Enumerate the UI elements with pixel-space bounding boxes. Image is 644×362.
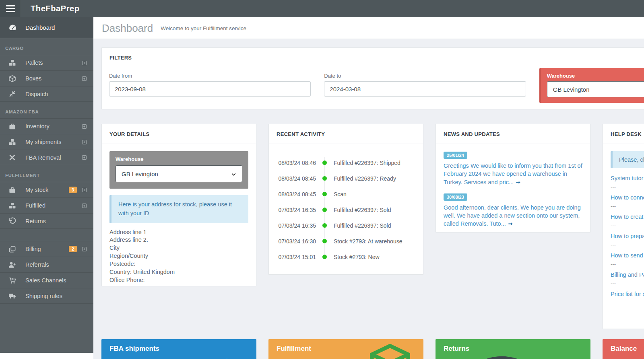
activity-time: 07/03/24 16:30 — [277, 238, 316, 245]
address-block: Address line 1Address line 2.CityRegion/… — [109, 228, 248, 284]
date-from-field: Date from — [109, 73, 311, 103]
sidebar-item-label: My stock — [25, 187, 69, 193]
activity-timeline: 08/03/24 08:46 Fulfilled #226397: Shippe… — [277, 151, 415, 265]
sidebar-item[interactable]: My stock 3 — [0, 182, 93, 197]
warehouse-filter-select[interactable]: GB Levington — [547, 81, 644, 97]
plus-square-icon[interactable] — [81, 60, 87, 66]
activity-text: Stock #2793: At warehouse — [334, 238, 402, 245]
sidebar-item-label: Sales Channels — [25, 277, 87, 284]
stat-card[interactable]: Balance — [603, 339, 644, 359]
sidebar-item-label: Pallets — [25, 60, 81, 66]
news-date-badge: 30/08/23 — [444, 193, 467, 201]
help-link-sub: --- — [611, 203, 644, 209]
sidebar-section-label: AMAZON FBA — [0, 102, 93, 118]
box-icon — [367, 341, 413, 359]
page-subtitle: Welcome to your Fulfillment service — [161, 25, 246, 31]
page-header: Dashboard Welcome to your Fulfillment se… — [93, 17, 644, 39]
news-title: NEWS AND UPDATES — [436, 124, 590, 144]
sidebar-item[interactable]: Dispatch — [0, 86, 93, 102]
help-link[interactable]: How to creat — [611, 214, 644, 220]
sidebar-item[interactable]: FBA Removal — [0, 150, 93, 165]
sidebar-item[interactable]: Fulfilled — [0, 197, 93, 213]
sidebar-item-label: Inventory — [25, 123, 81, 130]
sidebar-item[interactable]: Shipping rules — [0, 288, 93, 304]
help-item: Price list for s — [611, 291, 644, 297]
sidebar-section-label: FULFILLMENT — [0, 165, 93, 182]
activity-text: Fulfilled #226397: Sold — [334, 207, 391, 213]
sidebar-item[interactable]: Pallets — [0, 55, 93, 70]
help-link-sub: --- — [611, 261, 644, 267]
activity-text: Scan — [334, 191, 347, 197]
sidebar-item-label: Returns — [25, 218, 87, 224]
address-note: Here is your address for stock, please u… — [109, 195, 248, 223]
content: FILTERS Date from Date to Warehouse GB L… — [93, 39, 644, 359]
plus-square-icon[interactable] — [81, 154, 87, 160]
help-desk-title: HELP DESK — [603, 124, 644, 144]
stat-card[interactable]: Fulfillment — [268, 339, 423, 359]
activity-dot — [322, 208, 327, 212]
warehouse-value: GB Levington — [122, 171, 158, 177]
plus-square-icon[interactable] — [81, 246, 87, 252]
sidebar-item-label: Referrals — [25, 261, 87, 268]
help-link[interactable]: Billing and Pa — [611, 272, 644, 278]
activity-time: 07/03/24 16:35 — [277, 207, 316, 213]
activity-text: Fulfilled #226397: Sold — [334, 222, 391, 229]
date-to-input[interactable] — [324, 81, 526, 97]
sidebar-item[interactable]: Billing 2 — [0, 241, 93, 257]
help-desk-card: HELP DESK Please, ch System tutor --- Ho… — [603, 124, 644, 329]
help-link[interactable]: How to prepa — [611, 233, 644, 239]
hamburger-menu-icon[interactable] — [0, 0, 21, 17]
activity-row: 07/03/24 15:01 Stock #2793: New — [277, 249, 415, 265]
sidebar-item[interactable]: Returns — [0, 213, 93, 229]
recent-activity-title: RECENT ACTIVITY — [269, 124, 423, 144]
sidebar: Dashboard CARGO Pallets — [0, 17, 93, 353]
date-to-label: Date to — [324, 73, 526, 79]
news-link[interactable]: Good afternoon, dear clients. We hope yo… — [444, 204, 582, 228]
plus-square-icon[interactable] — [81, 123, 87, 130]
plus-square-icon[interactable] — [81, 203, 87, 209]
address-line: Country: United Kingdom — [109, 268, 248, 276]
help-link[interactable]: Price list for s — [611, 291, 644, 297]
help-link[interactable]: How to send — [611, 252, 644, 259]
help-item: How to prepa --- — [611, 233, 644, 248]
help-link-sub: --- — [611, 280, 644, 286]
sidebar-item-label: Fulfilled — [25, 202, 81, 209]
plus-square-icon[interactable] — [81, 76, 87, 82]
warehouse-select[interactable]: GB Levington — [116, 165, 242, 182]
help-link[interactable]: System tutor — [611, 175, 644, 181]
sidebar-item[interactable]: My shipments — [0, 134, 93, 150]
your-details-card: YOUR DETAILS Warehouse GB Levington Here… — [101, 124, 256, 286]
sidebar-item-label: Dashboard — [25, 24, 55, 31]
sidebar-item[interactable]: Inventory — [0, 118, 93, 134]
sidebar-item-label: FBA Removal — [25, 154, 81, 161]
activity-row: 08/03/24 08:45 Scan — [277, 186, 415, 202]
compress-arrows-icon — [8, 90, 16, 98]
sidebar-item-label: My shipments — [25, 139, 81, 145]
plus-square-icon[interactable] — [81, 139, 87, 145]
activity-row: 08/03/24 08:45 Fulfilled #226397: Ready — [277, 171, 415, 186]
stat-card[interactable]: Returns — [436, 339, 590, 359]
sidebar-item[interactable]: Referrals — [0, 257, 93, 272]
sidebar-item[interactable]: Boxes — [0, 70, 93, 86]
user-plus-icon — [8, 261, 16, 269]
cubes-icon — [8, 138, 16, 146]
help-link-sub: --- — [611, 242, 644, 248]
plus-square-icon[interactable] — [81, 187, 87, 193]
sidebar-item[interactable]: Sales Channels — [0, 272, 93, 288]
news-card: NEWS AND UPDATES 25/01/24 Greetings We w… — [436, 124, 590, 232]
topbar: TheFbaPrep — [0, 0, 644, 17]
stat-card[interactable]: FBA shipments a — [101, 339, 256, 359]
count-badge: 2 — [69, 246, 77, 252]
date-from-input[interactable] — [109, 81, 311, 97]
sidebar-item-dashboard[interactable]: Dashboard — [0, 17, 93, 38]
cubes-icon — [8, 59, 16, 67]
help-link[interactable]: How to conne — [611, 194, 644, 201]
activity-time: 07/03/24 16:35 — [277, 222, 316, 229]
chevron-down-icon — [231, 171, 236, 177]
help-item: System tutor --- — [611, 175, 644, 190]
sidebar-item-label: Dispatch — [25, 91, 87, 97]
help-item: How to send --- — [611, 252, 644, 267]
activity-dot — [322, 160, 327, 165]
news-link[interactable]: Greetings We would like to inform you th… — [444, 162, 582, 186]
address-line: Region/County — [109, 252, 248, 260]
